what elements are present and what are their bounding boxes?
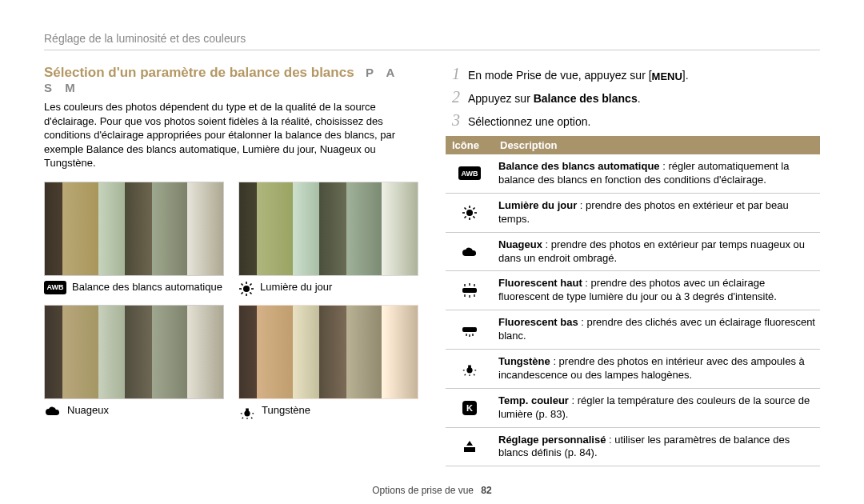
thumb-awb bbox=[44, 182, 224, 276]
example-cloudy: Nuageux bbox=[44, 305, 224, 420]
cloud-icon bbox=[461, 245, 478, 259]
step-text: Sélectionnez une option. bbox=[468, 114, 590, 130]
caption-daylight: Lumière du jour bbox=[260, 281, 418, 294]
step-list: 1 En mode Prise de vue, appuyez sur [MEN… bbox=[446, 65, 820, 130]
row-text: Temp. couleur : régler la température de… bbox=[494, 393, 820, 423]
awb-icon: AWB bbox=[44, 281, 66, 294]
fluorescent-high-icon bbox=[461, 283, 478, 298]
row-text: Balance des blancs automatique : régler … bbox=[494, 158, 820, 189]
footer: Options de prise de vue 82 bbox=[0, 485, 864, 496]
k-icon: K bbox=[462, 401, 477, 415]
step-1: 1 En mode Prise de vue, appuyez sur [MEN… bbox=[446, 65, 820, 83]
table-row: Lumière du jour : prendre des photos en … bbox=[446, 194, 820, 233]
example-daylight: Lumière du jour bbox=[238, 182, 418, 297]
table-row: AWB Balance des blancs automatique : rég… bbox=[446, 154, 820, 194]
table-row: K Temp. couleur : régler la température … bbox=[446, 389, 820, 428]
tung-icon bbox=[238, 404, 256, 420]
row-text: Réglage personnalisé : utiliser les para… bbox=[494, 432, 820, 462]
row-text: Lumière du jour : prendre des photos en … bbox=[494, 198, 820, 228]
thumb-tungsten bbox=[238, 305, 418, 399]
breadcrumb: Réglage de la luminosité et des couleurs bbox=[44, 32, 820, 50]
page-number: 82 bbox=[481, 485, 491, 496]
footer-section: Options de prise de vue bbox=[372, 485, 474, 496]
row-text: Fluorescent bas : prendre des clichés av… bbox=[494, 314, 820, 345]
menu-button-icon: MENU bbox=[652, 70, 682, 84]
thumb-daylight bbox=[238, 182, 418, 276]
row-text: Tungstène : prendre des photos en intéri… bbox=[494, 354, 820, 384]
row-text: Fluorescent haut : prendre des photos av… bbox=[494, 275, 820, 306]
step-text: En mode Prise de vue, appuyez sur [MENU]… bbox=[468, 68, 689, 83]
table-header: Icône Description bbox=[446, 136, 820, 154]
table-row: Nuageux : prendre des photos en extérieu… bbox=[446, 233, 820, 272]
custom-icon bbox=[462, 438, 478, 454]
cloud-icon bbox=[44, 404, 62, 418]
table-row: Tungstène : prendre des photos en intéri… bbox=[446, 350, 820, 389]
section-title: Sélection d'un paramètre de balance des … bbox=[44, 65, 354, 80]
sun-icon bbox=[238, 281, 254, 297]
step-text: Appuyez sur Balance des blancs. bbox=[468, 91, 641, 106]
step-num: 2 bbox=[446, 88, 460, 106]
table-row: Fluorescent haut : prendre des photos av… bbox=[446, 271, 820, 310]
step-num: 1 bbox=[446, 65, 460, 83]
table-row: Réglage personnalisé : utiliser les para… bbox=[446, 428, 820, 467]
table-row: Fluorescent bas : prendre des clichés av… bbox=[446, 310, 820, 350]
wb-table: Icône Description AWB Balance des blancs… bbox=[446, 136, 820, 466]
caption-cloudy: Nuageux bbox=[67, 404, 224, 418]
header-icon: Icône bbox=[446, 136, 494, 154]
example-grid: AWB Balance des blancs automatique Lumiè… bbox=[44, 182, 418, 420]
thumb-cloudy bbox=[44, 305, 224, 399]
row-text: Nuageux : prendre des photos en extérieu… bbox=[494, 237, 820, 267]
example-tungsten: Tungstène bbox=[238, 305, 418, 420]
caption-awb: Balance des blancs automatique bbox=[72, 281, 224, 294]
sun-icon bbox=[462, 205, 478, 221]
fluorescent-low-icon bbox=[461, 322, 478, 337]
example-awb: AWB Balance des blancs automatique bbox=[44, 182, 224, 297]
caption-tungsten: Tungstène bbox=[262, 404, 418, 418]
step-3: 3 Sélectionnez une option. bbox=[446, 111, 820, 130]
tung-icon bbox=[461, 361, 478, 377]
awb-icon: AWB bbox=[458, 166, 481, 180]
step-2: 2 Appuyez sur Balance des blancs. bbox=[446, 88, 820, 106]
intro-text: Les couleurs des photos dépendent du typ… bbox=[44, 100, 418, 170]
step-num: 3 bbox=[446, 111, 460, 130]
header-desc: Description bbox=[494, 136, 820, 154]
